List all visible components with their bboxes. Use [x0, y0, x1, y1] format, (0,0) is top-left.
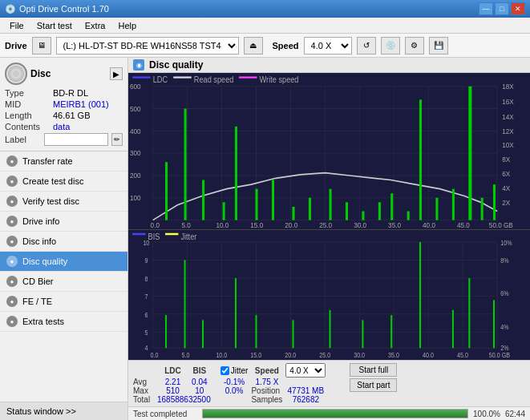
svg-text:4: 4: [144, 344, 148, 352]
svg-text:Write speed: Write speed: [260, 75, 299, 84]
titlebar-title: 💿 Opti Drive Control 1.70: [5, 4, 109, 14]
menu-help[interactable]: Help: [111, 19, 143, 32]
jitter-checkbox[interactable]: [220, 366, 229, 375]
svg-text:30.0: 30.0: [354, 220, 366, 228]
speed-select-stats[interactable]: 4.0 X: [285, 363, 326, 378]
svg-text:15.0: 15.0: [250, 220, 263, 228]
nav-item-verify-test-disc[interactable]: ●Verify test disc: [0, 192, 127, 212]
nav-item-transfer-rate[interactable]: ●Transfer rate: [0, 151, 127, 172]
save-button[interactable]: 💾: [429, 37, 448, 55]
avg-speed: 1.75 X: [251, 378, 282, 386]
samples-label: Samples: [251, 395, 282, 404]
length-row: Length 46.61 GB: [5, 111, 123, 120]
nav-label-cd-bier: CD Bier: [22, 277, 54, 286]
drive-icon-btn[interactable]: 🖥: [32, 37, 51, 55]
drive-select[interactable]: (L:) HL-DT-ST BD-RE WH16NS58 TST4: [56, 37, 239, 55]
menu-start-test[interactable]: Start test: [30, 19, 79, 32]
nav-item-extra-tests[interactable]: ●Extra tests: [0, 312, 127, 332]
charts-container: LDC Read speed Write speed: [128, 73, 530, 360]
svg-rect-123: [292, 320, 293, 348]
svg-rect-5: [239, 76, 257, 78]
nav-item-create-test-disc[interactable]: ●Create test disc: [0, 172, 127, 192]
start-buttons: Start full Start part: [350, 363, 397, 392]
nav-item-fe-te[interactable]: ●FE / TE: [0, 292, 127, 312]
svg-text:10.0: 10.0: [216, 220, 229, 228]
menu-file[interactable]: File: [3, 19, 30, 32]
svg-rect-67: [435, 198, 438, 220]
nav-item-disc-info[interactable]: ●Disc info: [0, 232, 127, 252]
mid-key: MID: [5, 99, 53, 109]
svg-rect-55: [235, 127, 237, 220]
nav-item-cd-bier[interactable]: ●CD Bier: [0, 272, 127, 292]
settings-button[interactable]: ⚙: [405, 37, 424, 55]
start-full-button[interactable]: Start full: [350, 363, 397, 377]
jitter-label: Jitter: [231, 366, 249, 375]
titlebar: 💿 Opti Drive Control 1.70 — □ ✕: [0, 0, 530, 18]
nav-item-drive-info[interactable]: ●Drive info: [0, 212, 127, 232]
svg-text:600: 600: [130, 83, 141, 91]
svg-text:Read speed: Read speed: [194, 75, 234, 84]
main-layout: Disc ▶ Type BD-R DL MID MEIRB1 (001) Len…: [0, 58, 530, 420]
svg-text:6: 6: [144, 311, 148, 319]
max-bis: 10: [188, 386, 211, 395]
svg-rect-120: [202, 320, 204, 348]
start-part-button[interactable]: Start part: [350, 378, 397, 392]
close-button[interactable]: ✕: [511, 2, 525, 15]
menubar: File Start test Extra Help: [0, 18, 530, 34]
disc-button[interactable]: 💿: [381, 37, 400, 55]
refresh-button[interactable]: ↺: [357, 37, 376, 55]
max-ldc: 510: [157, 386, 188, 395]
svg-rect-75: [165, 232, 178, 234]
maximize-button[interactable]: □: [495, 2, 509, 15]
svg-rect-1: [132, 76, 150, 78]
nav-item-disc-quality[interactable]: ●Disc quality: [0, 252, 127, 272]
svg-rect-68: [452, 189, 455, 220]
minimize-button[interactable]: —: [479, 2, 493, 15]
svg-text:100: 100: [130, 194, 141, 202]
svg-text:40.0: 40.0: [423, 351, 434, 359]
bottom-chart-svg: BIS Jitter: [128, 230, 530, 360]
position-val: 47731 MB: [282, 386, 329, 395]
nav-label-fe-te: FE / TE: [22, 297, 52, 306]
label-row: Label ✏: [5, 133, 123, 146]
avg-ldc: 2.21: [157, 378, 188, 386]
svg-rect-63: [378, 202, 381, 220]
svg-rect-126: [390, 315, 392, 348]
svg-rect-3: [173, 76, 191, 78]
svg-text:5.0: 5.0: [181, 351, 189, 359]
nav-list: ●Transfer rate●Create test disc●Verify t…: [0, 151, 127, 332]
svg-text:5.0: 5.0: [181, 220, 191, 228]
menu-extra[interactable]: Extra: [79, 19, 112, 32]
label-input[interactable]: [44, 133, 108, 146]
status-window-button[interactable]: Status window >>: [0, 402, 127, 420]
svg-text:10.0: 10.0: [216, 351, 227, 359]
svg-rect-118: [165, 315, 167, 348]
nav-label-disc-quality: Disc quality: [22, 256, 67, 266]
svg-text:0.0: 0.0: [151, 220, 160, 228]
total-label: Total: [133, 395, 157, 404]
avg-jitter: -0.1%: [217, 378, 252, 386]
max-label: Max: [133, 386, 157, 395]
svg-rect-125: [362, 320, 363, 348]
label-edit-button[interactable]: ✏: [111, 133, 123, 146]
svg-text:200: 200: [130, 172, 141, 180]
nav-label-create-test-disc: Create test disc: [22, 176, 83, 186]
stats-table: LDC BIS Jitter Speed 4.0 X: [133, 363, 329, 404]
svg-rect-54: [223, 202, 225, 220]
label-key: Label: [5, 135, 41, 144]
svg-text:18X: 18X: [502, 83, 514, 91]
svg-text:35.0: 35.0: [388, 220, 401, 228]
nav-icon-cd-bier: ●: [6, 276, 18, 287]
avg-label: Avg: [133, 378, 157, 386]
svg-text:16X: 16X: [502, 98, 514, 106]
svg-rect-53: [202, 180, 204, 220]
svg-rect-52: [184, 109, 187, 220]
speed-select[interactable]: 4.0 X: [304, 37, 352, 55]
disc-info-expand[interactable]: ▶: [110, 67, 123, 80]
progress-fill: [203, 410, 467, 418]
eject-button[interactable]: ⏏: [244, 37, 263, 55]
svg-text:15.0: 15.0: [250, 351, 261, 359]
svg-text:10: 10: [143, 239, 149, 247]
nav-label-verify-test-disc: Verify test disc: [22, 196, 79, 206]
svg-text:4%: 4%: [500, 323, 508, 331]
